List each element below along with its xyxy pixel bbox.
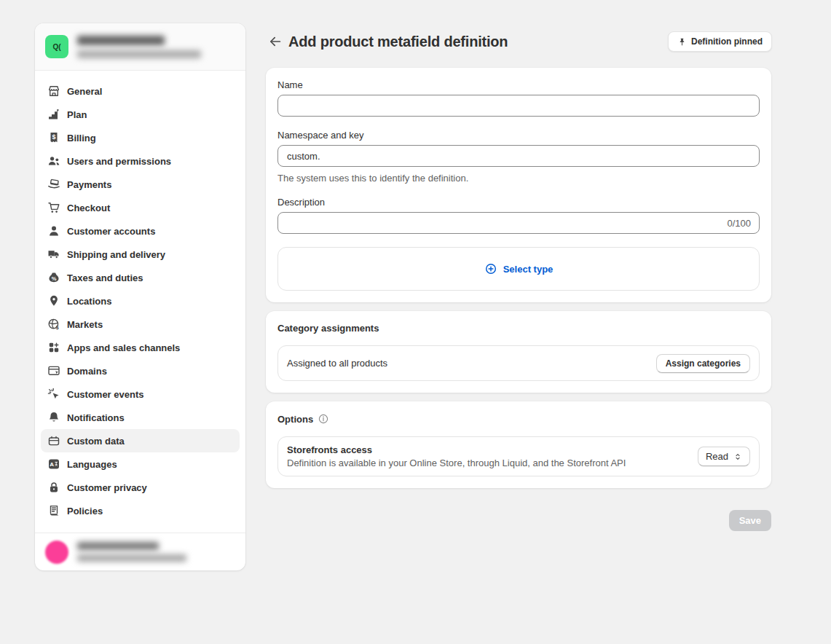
save-row: Save [266, 510, 771, 531]
sidebar-item-domains[interactable]: Domains [41, 359, 240, 382]
pin-icon [677, 37, 687, 47]
svg-text:A: A [50, 461, 54, 468]
user-name-redacted [77, 542, 159, 550]
store-domain-redacted [77, 50, 201, 58]
back-button[interactable] [265, 31, 285, 52]
sidebar-item-label: Taxes and duties [67, 272, 143, 283]
sidebar-item-label: Notifications [67, 412, 125, 423]
definition-pinned-button[interactable]: Definition pinned [668, 31, 772, 52]
policy-scroll-icon [47, 503, 61, 518]
definition-form-card: Name Namespace and key The system uses t… [266, 68, 771, 302]
settings-nav: General Plan $ Billing Users and permiss… [35, 71, 245, 533]
user-avatar [45, 541, 68, 564]
money-bag-icon: % [47, 270, 61, 285]
user-email-redacted [77, 554, 186, 562]
save-button[interactable]: Save [729, 510, 771, 531]
select-type-label: Select type [503, 264, 554, 275]
sidebar-item-label: Billing [67, 133, 96, 144]
namespace-field-group: Namespace and key The system uses this t… [277, 130, 760, 184]
page-title: Add product metafield definition [288, 34, 508, 50]
description-label: Description [277, 197, 760, 208]
sidebar-item-label: Markets [67, 319, 103, 330]
cursor-click-icon [47, 387, 61, 401]
definition-pinned-label: Definition pinned [691, 36, 763, 47]
payments-icon [47, 177, 61, 192]
name-input[interactable] [277, 95, 760, 117]
sidebar-item-billing[interactable]: $ Billing [41, 126, 240, 149]
name-label: Name [277, 79, 760, 90]
sidebar-item-shipping-and-delivery[interactable]: Shipping and delivery [41, 243, 240, 266]
sidebar-item-users-and-permissions[interactable]: Users and permissions [41, 149, 240, 173]
assign-categories-button[interactable]: Assign categories [656, 354, 750, 373]
apps-grid-icon [47, 340, 61, 355]
sidebar-item-label: Payments [67, 179, 111, 190]
store-name-redacted [77, 36, 165, 45]
storefronts-access-select[interactable]: Read [698, 447, 750, 466]
sidebar-item-plan[interactable]: Plan [41, 103, 240, 126]
options-card-title: Options [277, 414, 313, 425]
storefronts-access-value: Read [706, 451, 728, 462]
sidebar-item-notifications[interactable]: Notifications [41, 406, 240, 429]
store-header: Q( [35, 23, 245, 71]
settings-sidebar: Q( General Plan $ Billing [35, 23, 245, 570]
storefronts-access-title: Storefronts access [287, 444, 626, 455]
location-pin-icon [47, 294, 61, 308]
sidebar-item-languages[interactable]: A Languages [41, 452, 240, 476]
sidebar-item-label: Customer privacy [67, 482, 147, 493]
truck-icon [47, 247, 61, 262]
sidebar-item-checkout[interactable]: Checkout [41, 196, 240, 219]
category-status-text: Assigned to all products [287, 358, 387, 369]
users-icon [47, 154, 61, 168]
user-footer [35, 533, 245, 570]
info-icon[interactable] [318, 413, 329, 425]
storefronts-access-text: Storefronts access Definition is availab… [287, 444, 626, 468]
sidebar-item-label: Plan [67, 109, 87, 120]
storefronts-access-row: Storefronts access Definition is availab… [277, 436, 760, 476]
select-type-button[interactable]: Select type [277, 247, 760, 291]
custom-data-icon [47, 433, 61, 448]
sidebar-item-locations[interactable]: Locations [41, 289, 240, 313]
sidebar-item-label: Domains [67, 366, 107, 377]
receipt-icon: $ [47, 130, 61, 145]
sidebar-item-label: General [67, 86, 102, 97]
sidebar-item-customer-accounts[interactable]: Customer accounts [41, 219, 240, 243]
name-field-group: Name [277, 79, 760, 117]
sidebar-item-label: Checkout [67, 203, 110, 213]
store-avatar: Q( [45, 35, 68, 58]
sidebar-item-customer-events[interactable]: Customer events [41, 382, 240, 406]
sidebar-item-label: Locations [67, 296, 111, 307]
sidebar-item-label: Custom data [67, 436, 125, 447]
sidebar-item-payments[interactable]: Payments [41, 173, 240, 196]
sidebar-item-customer-privacy[interactable]: Customer privacy [41, 476, 240, 499]
cart-icon [47, 200, 61, 215]
namespace-input[interactable] [277, 145, 760, 167]
svg-text:$: $ [56, 325, 59, 331]
sidebar-item-apps-and-sales-channels[interactable]: Apps and sales channels [41, 336, 240, 359]
sidebar-item-label: Users and permissions [67, 156, 171, 167]
user-identity [77, 542, 186, 562]
sidebar-item-taxes-and-duties[interactable]: % Taxes and duties [41, 266, 240, 289]
arrow-left-icon [268, 34, 283, 49]
sidebar-item-label: Apps and sales channels [67, 342, 180, 353]
lock-icon [47, 480, 61, 495]
sidebar-item-general[interactable]: General [41, 79, 240, 103]
person-icon [47, 224, 61, 238]
svg-text:$: $ [52, 133, 55, 141]
sidebar-item-policies[interactable]: Policies [41, 499, 240, 522]
plus-circle-icon [484, 262, 497, 275]
options-card: Options Storefronts access Definition is… [266, 401, 771, 488]
description-input[interactable] [277, 212, 760, 234]
category-assignment-row: Assigned to all products Assign categori… [277, 345, 760, 381]
description-field-group: Description 0/100 [277, 197, 760, 234]
category-card-title: Category assignments [277, 323, 379, 334]
translate-icon: A [47, 457, 61, 471]
sidebar-item-markets[interactable]: $ Markets [41, 313, 240, 336]
plan-steps-icon [47, 107, 61, 122]
globe-icon: $ [47, 317, 61, 331]
namespace-label: Namespace and key [277, 130, 760, 141]
store-identity [77, 36, 201, 58]
caret-updown-icon [733, 452, 742, 461]
category-assignments-card: Category assignments Assigned to all pro… [266, 311, 771, 393]
main-content: Name Namespace and key The system uses t… [266, 68, 771, 531]
sidebar-item-custom-data[interactable]: Custom data [41, 429, 240, 452]
